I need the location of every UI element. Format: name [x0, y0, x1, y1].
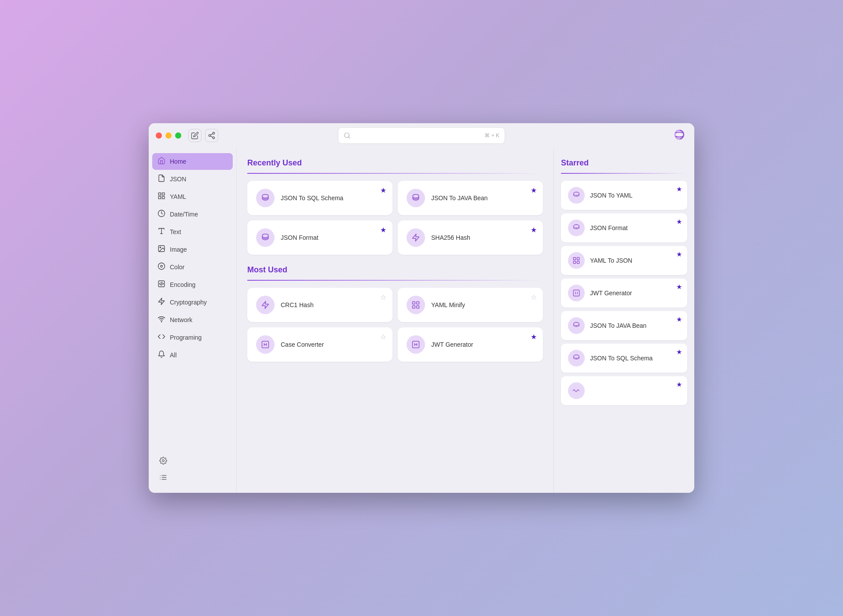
most-used-title: Most Used: [247, 265, 543, 275]
yaml-icon: [158, 192, 165, 202]
svg-rect-33: [573, 257, 575, 260]
svg-point-20: [162, 460, 165, 462]
svg-point-6: [671, 127, 687, 143]
star-sha256[interactable]: ★: [531, 226, 537, 234]
recently-used-section: Recently Used JSON To SQL Schema ★: [247, 158, 543, 255]
starred-label-json-yaml: JSON To YAML: [590, 192, 632, 199]
card-case-converter[interactable]: Case Converter ☆: [247, 327, 392, 362]
starred-label-jwt-gen: JWT Generator: [590, 290, 632, 297]
search-input[interactable]: JSON To SQL Schema: [354, 132, 481, 139]
starred-icon-yaml-json: [568, 252, 585, 269]
star-jwt[interactable]: ★: [531, 333, 537, 341]
card-icon-sha256: [407, 228, 425, 247]
card-label-yaml-minify: YAML Minify: [431, 301, 465, 308]
traffic-lights: [156, 132, 181, 139]
sidebar-item-encoding[interactable]: Encoding: [152, 276, 233, 293]
sidebar: Home JSON: [149, 148, 237, 493]
most-used-section: Most Used CRC1 Hash ☆: [247, 265, 543, 362]
card-sha256[interactable]: SHA256 Hash ★: [398, 220, 543, 255]
minimize-button[interactable]: [165, 132, 172, 139]
sidebar-item-all[interactable]: All: [152, 347, 233, 363]
card-icon-json-java: [407, 189, 425, 207]
starred-card-json-yaml[interactable]: JSON To YAML ★: [561, 181, 687, 210]
crypto-icon: [158, 297, 165, 307]
grid-icon: [411, 301, 420, 309]
sidebar-item-label-json: JSON: [170, 176, 186, 183]
db-starred-icon4: [572, 354, 580, 362]
card-json-format[interactable]: JSON Format ★: [247, 220, 392, 255]
starred-card-extra[interactable]: ★: [561, 376, 687, 405]
card-crc1[interactable]: CRC1 Hash ☆: [247, 288, 392, 322]
titlebar-actions: [188, 129, 218, 142]
bracket-icon2: [411, 340, 420, 349]
card-json-java[interactable]: JSON To JAVA Bean ★: [398, 181, 543, 215]
settings-button[interactable]: [158, 454, 227, 467]
card-label-case-converter: Case Converter: [281, 341, 324, 348]
image-icon: [158, 245, 165, 254]
sidebar-item-image[interactable]: Image: [152, 241, 233, 258]
svg-point-0: [213, 132, 215, 135]
sidebar-item-cryptography[interactable]: Cryptography: [152, 294, 233, 311]
starred-star-json-sql[interactable]: ★: [676, 348, 682, 356]
sidebar-item-datetime[interactable]: Date/Time: [152, 206, 233, 223]
svg-rect-37: [573, 290, 579, 296]
starred-star-json-format[interactable]: ★: [676, 218, 682, 226]
close-button[interactable]: [156, 132, 162, 139]
changelog-button[interactable]: [158, 471, 227, 484]
sidebar-item-network[interactable]: Network: [152, 312, 233, 328]
card-icon-jwt: [407, 335, 425, 354]
svg-rect-10: [158, 197, 161, 199]
starred-label-yaml-json: YAML To JSON: [590, 257, 632, 264]
sidebar-item-programming[interactable]: Programing: [152, 329, 233, 346]
star-crc1[interactable]: ☆: [380, 293, 386, 301]
star-yaml-minify[interactable]: ☆: [531, 293, 537, 301]
sidebar-item-home[interactable]: Home: [152, 153, 233, 170]
sidebar-item-text[interactable]: Text: [152, 224, 233, 240]
star-json-java[interactable]: ★: [531, 186, 537, 194]
card-jwt[interactable]: JWT Generator ★: [398, 327, 543, 362]
settings-icon: [159, 457, 167, 465]
starred-star-json-java[interactable]: ★: [676, 315, 682, 323]
sidebar-item-label-cryptography: Cryptography: [170, 299, 207, 306]
starred-card-json-format[interactable]: JSON Format ★: [561, 213, 687, 242]
starred-divider: [561, 173, 687, 174]
starred-icon-jwt-gen: [568, 285, 585, 301]
star-json-format[interactable]: ★: [380, 226, 386, 234]
sidebar-item-color[interactable]: Color: [152, 259, 233, 275]
maximize-button[interactable]: [175, 132, 181, 139]
card-label-crc1: CRC1 Hash: [281, 301, 314, 308]
db-starred-icon3: [572, 322, 580, 330]
clock-icon: [158, 209, 165, 219]
sidebar-item-json[interactable]: JSON: [152, 171, 233, 187]
star-case-converter[interactable]: ☆: [380, 333, 386, 341]
starred-star-extra[interactable]: ★: [676, 381, 682, 389]
most-used-grid: CRC1 Hash ☆ YAML Minify ☆: [247, 288, 543, 362]
sidebar-item-yaml[interactable]: YAML: [152, 188, 233, 205]
svg-rect-30: [413, 306, 415, 308]
new-tab-button[interactable]: [188, 129, 202, 142]
app-window: JSON To SQL Schema ⌘ + K: [149, 123, 694, 493]
sidebar-item-label-home: Home: [170, 158, 186, 165]
starred-star-json-yaml[interactable]: ★: [676, 185, 682, 193]
starred-star-yaml-json[interactable]: ★: [676, 250, 682, 258]
share-icon: [208, 132, 216, 139]
starred-card-json-sql[interactable]: JSON To SQL Schema ★: [561, 344, 687, 373]
starred-card-json-java[interactable]: JSON To JAVA Bean ★: [561, 311, 687, 340]
card-yaml-minify[interactable]: YAML Minify ☆: [398, 288, 543, 322]
svg-rect-8: [162, 193, 165, 195]
json-icon: [158, 174, 165, 184]
share-button[interactable]: [205, 129, 218, 142]
db-icon: [261, 194, 270, 202]
shortcut-label: ⌘ + K: [484, 132, 499, 139]
starred-card-jwt-gen[interactable]: JWT Generator ★: [561, 279, 687, 308]
starred-icon-json-yaml: [568, 187, 585, 204]
starred-label-json-sql: JSON To SQL Schema: [590, 355, 652, 362]
starred-card-yaml-json[interactable]: YAML To JSON ★: [561, 246, 687, 275]
card-json-sql[interactable]: JSON To SQL Schema ★: [247, 181, 392, 215]
sidebar-item-label-all: All: [170, 352, 177, 359]
starred-star-jwt-gen[interactable]: ★: [676, 283, 682, 291]
search-bar[interactable]: JSON To SQL Schema ⌘ + K: [338, 127, 505, 144]
starred-title: Starred: [561, 158, 687, 168]
star-json-sql[interactable]: ★: [380, 186, 386, 194]
bolt-icon2: [261, 301, 270, 309]
